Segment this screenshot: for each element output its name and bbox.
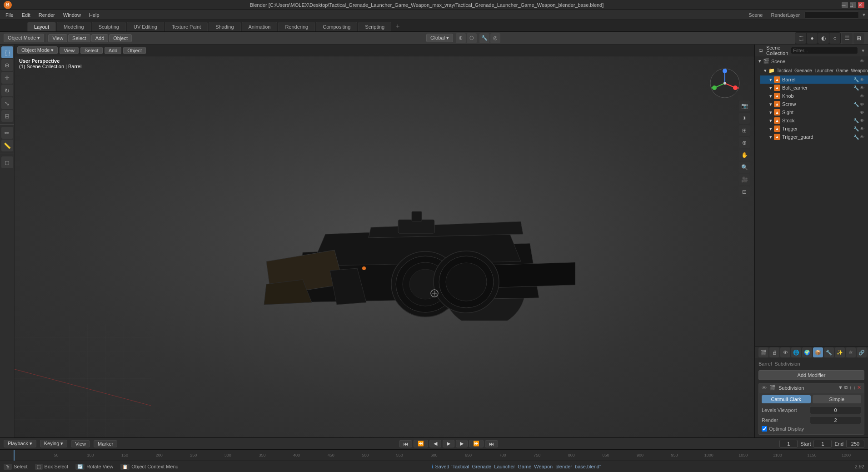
menu-edit[interactable]: Edit bbox=[18, 11, 34, 19]
menu-file[interactable]: File bbox=[2, 11, 17, 19]
viewport-add-btn[interactable]: Add bbox=[105, 47, 122, 54]
wireframe-mode-btn[interactable]: ⬚ bbox=[795, 33, 806, 44]
mod-close-icon[interactable]: ✕ bbox=[857, 385, 861, 391]
add-primitive-tool[interactable]: ◻ bbox=[1, 156, 13, 168]
viewport-select-btn[interactable]: Select bbox=[80, 47, 103, 54]
move-tool[interactable]: ✛ bbox=[1, 72, 13, 84]
optimal-display-checkbox[interactable]: Optimal Display bbox=[762, 426, 861, 432]
scene-visibility-icon[interactable]: 👁 bbox=[860, 59, 864, 64]
zoom-icon[interactable]: 🔍 bbox=[739, 162, 750, 173]
props-tab-world[interactable]: 🌍 bbox=[802, 347, 812, 357]
screw-visibility-icon[interactable]: 👁 bbox=[860, 102, 864, 107]
viewport-mode-btn[interactable]: Object Mode ▾ bbox=[17, 46, 58, 54]
annotate-tool[interactable]: ✏ bbox=[1, 127, 13, 139]
magnet-icon[interactable]: 🔧 bbox=[479, 33, 489, 43]
maximize-button[interactable]: □ bbox=[850, 2, 856, 8]
view-menu-timeline[interactable]: View bbox=[71, 440, 90, 447]
menu-help[interactable]: Help bbox=[85, 11, 103, 19]
add-modifier-btn[interactable]: Add Modifier bbox=[758, 370, 864, 380]
tab-sculpting[interactable]: Sculpting bbox=[92, 22, 126, 31]
transform-pivot-icon[interactable]: ⬡ bbox=[467, 33, 477, 43]
overlay-btn[interactable]: ☰ bbox=[842, 33, 853, 44]
playback-menu[interactable]: Playback ▾ bbox=[4, 440, 36, 447]
outliner-item-barrel[interactable]: ▾ ▲ Barrel 🔧 👁 bbox=[760, 75, 868, 84]
material-preview-btn[interactable]: ◐ bbox=[818, 33, 829, 44]
gizmo-btn[interactable]: ⊞ bbox=[853, 33, 864, 44]
sun-icon[interactable]: ☀ bbox=[739, 113, 750, 124]
barrel-filter-icon[interactable]: 🔧 bbox=[853, 77, 859, 82]
grid-icon[interactable]: ⊞ bbox=[739, 125, 750, 136]
mod-duplicate-icon[interactable]: ⧉ bbox=[844, 385, 848, 391]
catmull-clark-btn[interactable]: Catmull-Clark bbox=[762, 395, 811, 403]
solid-mode-btn[interactable]: ● bbox=[807, 33, 818, 44]
next-frame-btn[interactable]: ⏩ bbox=[469, 440, 484, 447]
simple-btn[interactable]: Simple bbox=[813, 395, 862, 403]
prev-frame-btn[interactable]: ⏪ bbox=[414, 440, 428, 447]
stock-visibility-icon[interactable]: 👁 bbox=[860, 118, 864, 123]
tab-layout[interactable]: Layout bbox=[27, 22, 56, 31]
scene-collection-root[interactable]: ▾ 🎬 Scene 👁 bbox=[755, 56, 868, 66]
next-keyframe-btn[interactable]: ▶ bbox=[456, 440, 468, 447]
props-tab-view[interactable]: 👁 bbox=[780, 347, 790, 357]
tab-modeling[interactable]: Modeling bbox=[57, 22, 91, 31]
end-frame-input[interactable]: 250 bbox=[846, 440, 864, 448]
outliner-item-sight[interactable]: ▾ ▲ Sight 👁 bbox=[760, 108, 868, 116]
camera-view-icon[interactable]: 🎥 bbox=[739, 174, 750, 185]
knob-visibility-icon[interactable]: 👁 bbox=[860, 94, 864, 99]
menu-window[interactable]: Window bbox=[60, 11, 85, 19]
ortho-icon[interactable]: ⊟ bbox=[739, 186, 750, 197]
trigger-visibility-icon[interactable]: 👁 bbox=[860, 126, 864, 131]
mod-move-up-icon[interactable]: ↑ bbox=[849, 385, 852, 391]
start-frame-input[interactable]: 1 bbox=[813, 440, 832, 448]
tab-uv-editing[interactable]: UV Editing bbox=[127, 22, 164, 31]
props-tab-output[interactable]: 🖨 bbox=[769, 347, 779, 357]
tab-animation[interactable]: Animation bbox=[242, 22, 278, 31]
render-layer[interactable]: RenderLayer bbox=[768, 12, 804, 18]
rendered-mode-btn[interactable]: ○ bbox=[829, 33, 840, 44]
levels-viewport-value[interactable]: 0 bbox=[810, 406, 861, 414]
props-tab-modifier[interactable]: 🔧 bbox=[824, 347, 834, 357]
play-btn[interactable]: ▶ bbox=[443, 440, 454, 447]
trigger-filter-icon[interactable]: 🔧 bbox=[853, 126, 859, 131]
window-controls[interactable]: ─ □ ✕ bbox=[842, 2, 864, 8]
stock-filter-icon[interactable]: 🔧 bbox=[853, 118, 859, 123]
viewport-object-btn[interactable]: Object bbox=[123, 47, 146, 54]
view-menu[interactable]: View bbox=[48, 34, 67, 42]
outliner-item-knob[interactable]: ▾ ▲ Knob 👁 bbox=[760, 92, 868, 100]
select-box-tool[interactable]: ⬚ bbox=[1, 46, 13, 58]
props-tab-render[interactable]: 🎬 bbox=[758, 347, 768, 357]
props-tab-object[interactable]: 📦 bbox=[813, 347, 823, 357]
cursor-tool[interactable]: ⊕ bbox=[1, 59, 13, 71]
outliner-item-trigger-guard[interactable]: ▾ ▲ Trigger_guard 🔧 👁 bbox=[760, 133, 868, 141]
scale-tool[interactable]: ⤡ bbox=[1, 97, 13, 109]
tab-compositing[interactable]: Compositing bbox=[316, 22, 357, 31]
outliner-item-bolt-carrier[interactable]: ▾ ▲ Bolt_carrier 🔧 👁 bbox=[760, 84, 868, 92]
rotate-tool[interactable]: ↻ bbox=[1, 85, 13, 96]
screw-filter-icon[interactable]: 🔧 bbox=[853, 102, 859, 107]
axis-icon[interactable]: ⊕ bbox=[739, 137, 750, 148]
global-transform[interactable]: Global ▾ bbox=[426, 34, 453, 42]
keying-menu[interactable]: Keying ▾ bbox=[40, 440, 68, 447]
barrel-visibility-icon[interactable]: 👁 bbox=[860, 77, 864, 82]
scene-selector[interactable]: Scene bbox=[745, 12, 766, 18]
mod-visibility-icon[interactable]: 👁 bbox=[762, 385, 767, 391]
outliner-item-screw[interactable]: ▾ ▲ Screw 🔧 👁 bbox=[760, 100, 868, 108]
proportional-edit-icon[interactable]: ◎ bbox=[490, 33, 500, 43]
tab-texture-paint[interactable]: Texture Paint bbox=[165, 22, 208, 31]
props-tab-constraints[interactable]: 🔗 bbox=[857, 347, 867, 357]
object-menu[interactable]: Object bbox=[109, 34, 132, 42]
sight-visibility-icon[interactable]: 👁 bbox=[860, 110, 864, 115]
tg-filter-icon[interactable]: 🔧 bbox=[853, 135, 859, 140]
jump-end-btn[interactable]: ⏭ bbox=[485, 440, 498, 447]
outliner-item-stock[interactable]: ▾ ▲ Stock 🔧 👁 bbox=[760, 116, 868, 125]
select-menu[interactable]: Select bbox=[68, 34, 90, 42]
menu-render[interactable]: Render bbox=[35, 11, 59, 19]
viewport-view-btn[interactable]: View bbox=[60, 47, 79, 54]
cursor-icon[interactable]: ⊕ bbox=[456, 33, 466, 43]
add-menu[interactable]: Add bbox=[91, 34, 109, 42]
current-frame-input[interactable]: 1 bbox=[779, 440, 798, 448]
props-tab-particles[interactable]: ✨ bbox=[835, 347, 845, 357]
tab-rendering[interactable]: Rendering bbox=[278, 22, 315, 31]
mod-render-icon[interactable]: 🎬 bbox=[769, 385, 776, 391]
outliner-search-input[interactable] bbox=[791, 47, 858, 54]
